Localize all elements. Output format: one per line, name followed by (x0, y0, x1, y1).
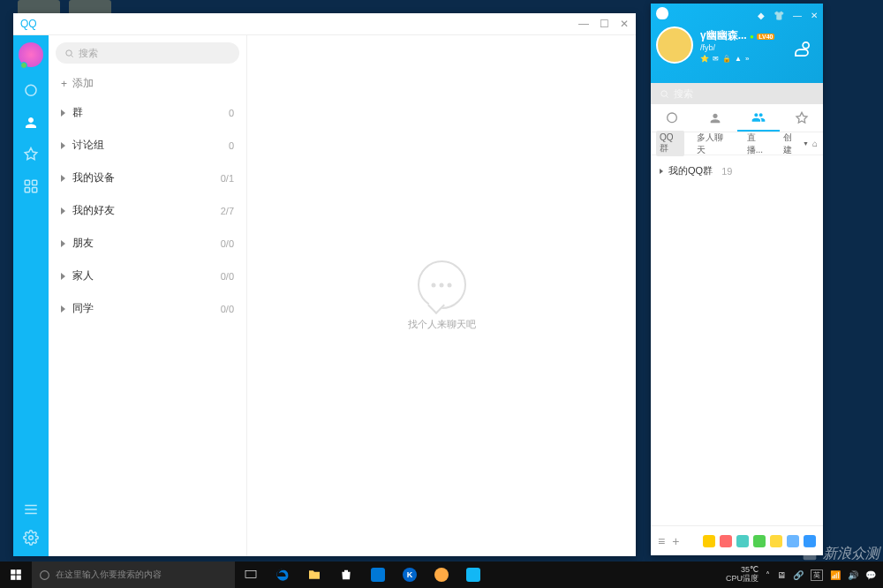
qq-mini-window: ◆ 👕 — ✕ γ幽幽森... ● LV40 /fyb/ ⭐ ✉ 🔒 ▲ » 搜 (651, 4, 823, 555)
svg-point-8 (29, 536, 34, 540)
mini-search-input[interactable]: 搜索 (651, 83, 823, 104)
start-button[interactable] (0, 562, 32, 588)
left-sidebar (13, 35, 49, 556)
tab-messages[interactable] (651, 104, 694, 132)
svg-line-10 (72, 55, 73, 57)
weather-icon[interactable] (789, 37, 814, 62)
subtab-groups[interactable]: QQ群 (656, 131, 684, 156)
cpu-temp[interactable]: 35℃ CPU温度 (726, 566, 758, 584)
minimize-button[interactable]: — (578, 18, 589, 30)
tshirt-icon[interactable]: 👕 (774, 11, 784, 20)
tray-icon[interactable]: 🖥 (777, 570, 786, 580)
svg-rect-4 (33, 188, 37, 192)
create-button[interactable]: 创建 (783, 132, 799, 156)
app-icon[interactable] (703, 535, 715, 547)
apps-icon[interactable] (23, 178, 39, 194)
volume-icon[interactable]: 🔊 (848, 570, 858, 580)
search-input[interactable]: 搜索 (56, 42, 239, 64)
group-item-qun[interactable]: 群0 (49, 96, 246, 129)
cortana-icon (39, 569, 50, 581)
svg-rect-15 (804, 547, 817, 561)
add-button[interactable]: + 添加 (49, 71, 246, 96)
search-icon (64, 49, 74, 58)
skin-icon[interactable]: ◆ (758, 11, 765, 20)
contact-list-panel: 搜索 + 添加 群0 讨论组0 我的设备0/1 我的好友2/7 朋友0/0 家人… (49, 35, 247, 556)
edge-icon[interactable] (267, 562, 298, 588)
chat-icon[interactable] (23, 83, 39, 99)
chevron-right-icon (61, 142, 65, 149)
task-view-icon[interactable] (235, 562, 267, 588)
group-item-family[interactable]: 家人0/0 (49, 260, 246, 292)
svg-rect-17 (17, 569, 21, 574)
tab-contacts[interactable] (694, 104, 737, 132)
qq-logo-icon (656, 7, 668, 19)
svg-rect-2 (33, 180, 37, 185)
app-icon[interactable] (770, 535, 782, 547)
group-item-devices[interactable]: 我的设备0/1 (49, 162, 246, 194)
svg-rect-19 (17, 576, 21, 580)
mini-tabs (651, 104, 823, 132)
mini-close[interactable]: ✕ (811, 11, 818, 20)
subtab-live[interactable]: 直播... (743, 130, 774, 158)
app-title: QQ (20, 18, 37, 30)
menu-icon[interactable]: ≡ (658, 534, 665, 548)
qq-taskbar-icon[interactable] (457, 562, 489, 588)
search-icon (660, 89, 669, 99)
svg-rect-1 (25, 180, 29, 185)
group-item-pengyou[interactable]: 朋友0/0 (49, 227, 246, 260)
settings-icon[interactable] (23, 530, 39, 546)
tab-groups[interactable] (737, 104, 781, 132)
maximize-button[interactable]: ☐ (600, 18, 609, 30)
group-my-groups[interactable]: 我的QQ群 19 (660, 161, 814, 181)
app-icon[interactable] (753, 535, 766, 547)
subtab-multichat[interactable]: 多人聊天 (693, 130, 734, 158)
status-indicator (20, 62, 27, 69)
tab-favorites[interactable] (780, 104, 823, 132)
chevron-right-icon (61, 273, 65, 280)
app-icon[interactable] (736, 535, 749, 547)
group-item-classmates[interactable]: 同学0/0 (49, 292, 246, 325)
taskbar: 在这里输入你要搜索的内容 K 35℃ CPU温度 ˄ 🖥 🔗 英 📶 🔊 💬 (0, 562, 883, 588)
cortana-search[interactable]: 在这里输入你要搜索的内容 (32, 562, 235, 588)
app-icon[interactable] (787, 535, 799, 547)
username[interactable]: γ幽幽森... ● LV40 (700, 28, 774, 43)
badge-icon[interactable]: ▲ (735, 55, 742, 63)
group-item-discuss[interactable]: 讨论组0 (49, 129, 246, 162)
star-icon[interactable] (23, 147, 39, 162)
watermark: 新浪众测 (800, 544, 879, 563)
user-avatar[interactable] (19, 42, 43, 67)
home-icon[interactable]: ⌂ (812, 139, 818, 148)
close-button[interactable]: ✕ (620, 18, 629, 30)
badge-icon[interactable]: » (745, 55, 749, 63)
mini-group-list: 我的QQ群 19 (651, 155, 823, 525)
app-icon[interactable]: K (394, 562, 426, 588)
add-label: 添加 (72, 76, 94, 91)
add-icon[interactable]: + (672, 534, 679, 548)
group-item-friends[interactable]: 我的好友2/7 (49, 194, 246, 227)
chevron-right-icon (61, 305, 65, 313)
ime-icon[interactable]: 英 (811, 569, 823, 581)
svg-rect-18 (11, 576, 15, 580)
app-icon[interactable] (426, 562, 457, 588)
network-icon[interactable]: 📶 (830, 570, 841, 580)
svg-point-9 (66, 49, 72, 55)
signature[interactable]: /fyb/ (700, 43, 774, 52)
badge-icon[interactable]: 🔒 (722, 55, 731, 63)
svg-point-12 (661, 90, 667, 95)
badge-icon[interactable]: ✉ (713, 55, 719, 63)
tray-chevron-icon[interactable]: ˄ (766, 570, 770, 580)
tray-icon[interactable]: 🔗 (793, 570, 804, 580)
chat-area: 找个人来聊天吧 (247, 35, 636, 556)
svg-point-20 (41, 570, 49, 579)
explorer-icon[interactable] (298, 562, 330, 588)
contacts-icon[interactable] (23, 115, 39, 131)
mini-minimize[interactable]: — (793, 11, 802, 20)
notifications-icon[interactable]: 💬 (865, 570, 876, 580)
mini-avatar[interactable] (656, 26, 693, 64)
store-icon[interactable] (330, 562, 362, 588)
menu-icon[interactable] (23, 501, 39, 517)
app-icon[interactable] (362, 562, 394, 588)
badge-icon[interactable]: ⭐ (700, 55, 709, 63)
titlebar[interactable]: QQ — ☐ ✕ (13, 13, 636, 35)
app-icon[interactable] (720, 535, 732, 547)
